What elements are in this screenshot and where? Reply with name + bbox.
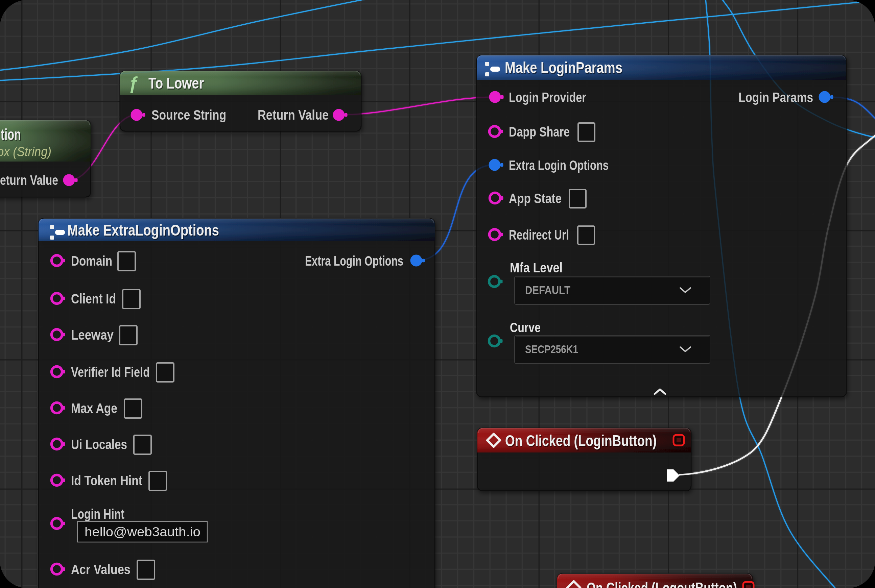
svg-text:To Lower: To Lower: [149, 74, 204, 92]
svg-text:Source String: Source String: [152, 107, 226, 123]
svg-text:Client Id: Client Id: [71, 291, 116, 306]
svg-text:On Clicked (LoginButton): On Clicked (LoginButton): [505, 432, 657, 450]
svg-text:hello@web3auth.io: hello@web3auth.io: [84, 525, 200, 539]
svg-text:Make LoginParams: Make LoginParams: [505, 59, 622, 76]
svg-text:ƒ: ƒ: [128, 74, 138, 93]
svg-text:tion: tion: [1, 126, 21, 143]
svg-text:ox (String): ox (String): [0, 145, 51, 159]
svg-text:Make ExtraLoginOptions: Make ExtraLoginOptions: [67, 221, 219, 239]
svg-text:Domain: Domain: [71, 253, 112, 268]
svg-text:eturn Value: eturn Value: [0, 172, 58, 188]
svg-text:Leeway: Leeway: [71, 327, 114, 343]
svg-text:SECP256K1: SECP256K1: [525, 343, 578, 356]
svg-text:Return Value: Return Value: [258, 107, 329, 123]
svg-text:Extra Login Options: Extra Login Options: [305, 253, 403, 268]
svg-text:Redirect Url: Redirect Url: [509, 227, 569, 243]
svg-text:Acr Values: Acr Values: [71, 562, 131, 577]
svg-text:Login Provider: Login Provider: [509, 90, 586, 105]
svg-text:DEFAULT: DEFAULT: [525, 284, 570, 296]
svg-text:On Clicked (LogoutButton): On Clicked (LogoutButton): [586, 579, 737, 588]
svg-text:Dapp Share: Dapp Share: [509, 124, 570, 140]
svg-text:Ui Locales: Ui Locales: [71, 436, 127, 452]
svg-text:Id Token Hint: Id Token Hint: [71, 473, 142, 488]
svg-text:Extra Login Options: Extra Login Options: [509, 158, 609, 173]
svg-text:Login Hint: Login Hint: [71, 506, 125, 522]
svg-text:Login Params: Login Params: [738, 90, 813, 105]
svg-text:Verifier Id Field: Verifier Id Field: [71, 364, 150, 380]
svg-text:Mfa Level: Mfa Level: [510, 260, 562, 275]
svg-text:App State: App State: [509, 190, 562, 206]
svg-text:Curve: Curve: [510, 320, 541, 335]
svg-text:Max Age: Max Age: [71, 400, 117, 416]
